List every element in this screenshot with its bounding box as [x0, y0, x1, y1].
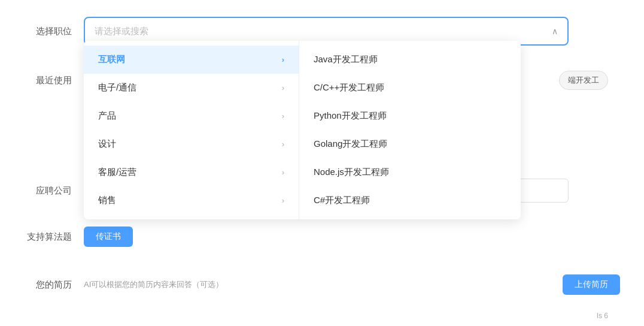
category-label-customer: 客服/运营: [98, 167, 136, 178]
category-arrow-design: ›: [282, 140, 284, 149]
category-item-electronics[interactable]: 电子/通信 ›: [84, 74, 299, 102]
resume-hint: AI可以根据您的简历内容来回答（可选）: [84, 279, 563, 290]
category-label-product: 产品: [98, 110, 116, 122]
category-panel: 互联网 › 电子/通信 › 产品 › 设计 › 客服/运营 ›: [84, 41, 299, 219]
category-item-product[interactable]: 产品 ›: [84, 102, 299, 130]
chevron-up-icon: ∧: [552, 26, 558, 36]
job-item-python[interactable]: Python开发工程师: [299, 102, 521, 130]
category-arrow-electronics: ›: [282, 83, 284, 92]
category-item-sales[interactable]: 销售 ›: [84, 186, 299, 215]
cert-button[interactable]: 传证书: [84, 227, 133, 247]
category-label-internet: 互联网: [98, 54, 125, 65]
main-form: 选择职位 请选择或搜索 ∧ 互联网 › 电子/通信 ›: [0, 0, 644, 326]
company-label: 应聘公司: [24, 185, 84, 197]
job-label-nodejs: Node.js开发工程师: [314, 167, 389, 178]
position-dropdown: 互联网 › 电子/通信 › 产品 › 设计 › 客服/运营 ›: [84, 41, 521, 219]
bottom-text: Is 6: [597, 312, 608, 320]
category-arrow-internet: ›: [282, 55, 284, 64]
job-label-python: Python开发工程师: [314, 110, 387, 122]
job-label-csharp: C#开发工程师: [314, 195, 370, 206]
algorithm-label: 支持算法题: [24, 231, 84, 243]
job-panel: Java开发工程师 C/C++开发工程师 Python开发工程师 Golang开…: [299, 41, 521, 219]
category-item-design[interactable]: 设计 ›: [84, 130, 299, 158]
resume-label: 您的简历: [24, 279, 84, 291]
job-item-golang[interactable]: Golang开发工程师: [299, 130, 521, 158]
resume-row: 您的简历 AI可以根据您的简历内容来回答（可选） 上传简历: [0, 264, 644, 306]
algorithm-content: 传证书: [84, 227, 133, 247]
category-label-sales: 销售: [98, 195, 116, 206]
page-container: 选择职位 请选择或搜索 ∧ 互联网 › 电子/通信 ›: [0, 0, 644, 326]
category-label-design: 设计: [98, 138, 116, 150]
recent-label: 最近使用: [24, 75, 84, 86]
category-item-customer[interactable]: 客服/运营 ›: [84, 158, 299, 186]
job-item-cpp[interactable]: C/C++开发工程师: [299, 74, 521, 102]
job-label-golang: Golang开发工程师: [314, 138, 387, 150]
job-item-csharp[interactable]: C#开发工程师: [299, 186, 521, 215]
job-item-nodejs[interactable]: Node.js开发工程师: [299, 158, 521, 186]
select-input-placeholder: 请选择或搜索: [95, 26, 552, 37]
job-item-java[interactable]: Java开发工程师: [299, 46, 521, 74]
category-arrow-product: ›: [282, 111, 284, 120]
category-item-internet[interactable]: 互联网 ›: [84, 46, 299, 74]
upload-resume-button[interactable]: 上传简历: [563, 274, 620, 295]
category-arrow-sales: ›: [282, 196, 284, 205]
job-label-cpp: C/C++开发工程师: [314, 82, 384, 93]
select-position-label: 选择职位: [24, 26, 84, 37]
category-arrow-customer: ›: [282, 168, 284, 177]
category-label-electronics: 电子/通信: [98, 82, 136, 93]
recent-tag-truncated[interactable]: 端开发工: [559, 71, 608, 90]
algorithm-row: 支持算法题 传证书: [0, 216, 644, 258]
job-label-java: Java开发工程师: [314, 54, 378, 65]
